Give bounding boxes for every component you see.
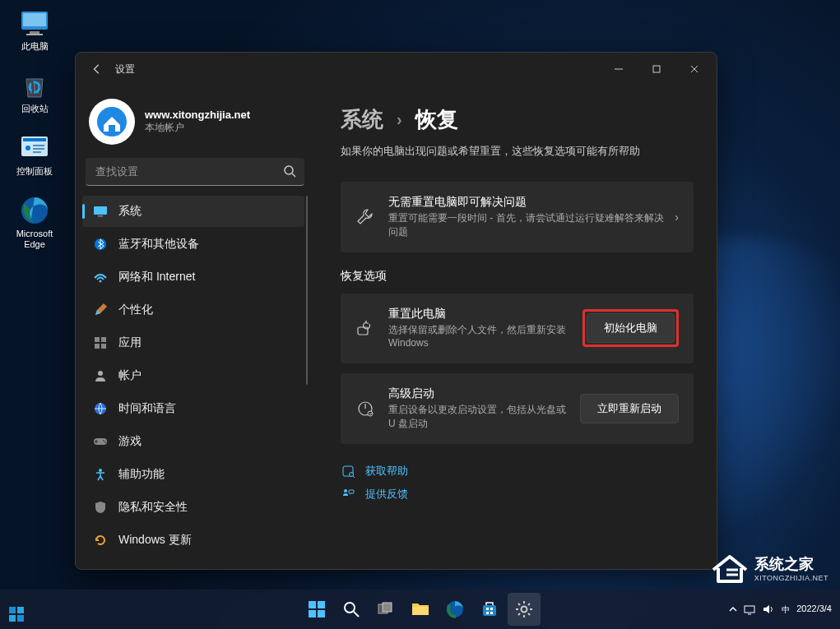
desktop-icon-recycle-bin[interactable]: 回收站 [8, 69, 61, 122]
svg-rect-9 [33, 148, 44, 150]
gaming-icon [92, 433, 109, 450]
store-button[interactable] [473, 593, 506, 626]
svg-rect-8 [33, 145, 44, 146]
widgets-button[interactable] [5, 603, 28, 626]
reset-pc-card: 重置此电脑 选择保留或删除个人文件，然后重新安装 Windows 初始化电脑 [341, 294, 694, 364]
ime-tray-icon[interactable]: 中 [780, 604, 791, 615]
svg-text:中: 中 [782, 605, 790, 614]
sidebar-item-apps[interactable]: 应用 [82, 327, 304, 358]
svg-rect-23 [95, 337, 100, 342]
card-subtitle: 重置可能需要一段时间 - 首先，请尝试通过运行疑难解答来解决问题 [388, 211, 665, 239]
card-title: 重置此电脑 [388, 307, 573, 321]
get-help-link[interactable]: 获取帮助 [365, 464, 408, 479]
sidebar-item-label: 蓝牙和其他设备 [118, 237, 199, 252]
main-content: 系统 › 恢复 如果你的电脑出现问题或希望重置，这些恢复选项可能有所帮助 无需重… [314, 86, 717, 569]
wrench-icon [355, 207, 375, 227]
feedback-link[interactable]: 提供反馈 [365, 487, 408, 502]
sidebar-scrollbar[interactable] [306, 196, 308, 385]
svg-rect-62 [490, 612, 493, 614]
sidebar-item-label: 时间和语言 [118, 401, 176, 416]
minimize-button[interactable] [600, 56, 638, 82]
system-tray[interactable]: 中 2022/3/4 [727, 604, 832, 615]
desktop-icon-edge[interactable]: Microsoft Edge [8, 194, 61, 247]
svg-rect-61 [486, 612, 489, 614]
sidebar-item-network[interactable]: 网络和 Internet [82, 261, 304, 293]
sidebar-item-label: 系统 [118, 204, 142, 219]
sidebar-item-system[interactable]: 系统 [82, 196, 304, 227]
desktop-icon-control-panel[interactable]: 控制面板 [8, 132, 61, 184]
control-panel-icon [18, 132, 51, 164]
edge-icon [18, 194, 51, 227]
task-view-button[interactable] [369, 593, 402, 626]
sidebar-item-update[interactable]: Windows 更新 [82, 525, 304, 556]
start-button[interactable] [300, 593, 333, 626]
sidebar-item-accessibility[interactable]: 辅助功能 [82, 459, 304, 490]
svg-point-52 [345, 603, 355, 613]
svg-rect-6 [23, 138, 46, 141]
volume-tray-icon[interactable] [762, 604, 775, 615]
sidebar-item-time-lang[interactable]: 时间和语言 [82, 393, 304, 424]
svg-point-27 [98, 371, 103, 376]
svg-point-17 [285, 166, 293, 174]
sidebar-item-bluetooth[interactable]: 蓝牙和其他设备 [82, 229, 304, 260]
reset-pc-button[interactable]: 初始化电脑 [587, 313, 675, 343]
svg-point-30 [103, 440, 104, 442]
sidebar-item-accounts[interactable]: 帐户 [82, 360, 304, 391]
search-input[interactable] [86, 158, 304, 186]
this-pc-icon [18, 7, 51, 39]
svg-rect-25 [95, 344, 100, 349]
time-lang-icon [92, 400, 109, 417]
search-button[interactable] [335, 593, 368, 626]
tray-datetime[interactable]: 2022/3/4 [796, 604, 832, 614]
sidebar-item-personalization[interactable]: 个性化 [82, 294, 304, 326]
desktop-icons: 此电脑 回收站 控制面板 Microsoft Edge [8, 7, 61, 257]
svg-rect-20 [98, 215, 103, 217]
search-container [86, 158, 304, 186]
sidebar-item-label: 帐户 [118, 368, 142, 383]
account-block[interactable]: 系统之家 www.xitongzhijia.net 本地帐户 [82, 92, 308, 158]
card-title: 无需重置电脑即可解决问题 [388, 195, 665, 210]
watermark-url: XITONGZHIJIA.NET [754, 574, 828, 582]
network-tray-icon[interactable] [744, 604, 757, 615]
chevron-up-icon[interactable] [727, 604, 739, 615]
svg-rect-19 [94, 206, 107, 215]
svg-rect-60 [490, 608, 493, 610]
restart-now-button[interactable]: 立即重新启动 [580, 394, 679, 423]
network-icon [92, 269, 109, 285]
svg-rect-50 [309, 610, 316, 617]
svg-point-36 [368, 411, 373, 416]
back-button[interactable] [86, 58, 109, 81]
svg-rect-13 [653, 66, 660, 72]
svg-rect-49 [318, 601, 325, 608]
svg-rect-2 [30, 31, 39, 34]
accessibility-icon [92, 466, 109, 483]
breadcrumb-parent[interactable]: 系统 [341, 105, 383, 134]
maximize-button[interactable] [638, 56, 675, 82]
help-link-row: 获取帮助 [341, 464, 694, 479]
power-icon [355, 399, 375, 419]
sidebar-item-label: 游戏 [118, 434, 142, 449]
taskbar: 中 2022/3/4 [0, 590, 840, 629]
section-title: 恢复选项 [341, 269, 694, 284]
sidebar-item-label: Windows 更新 [118, 533, 192, 548]
svg-rect-1 [23, 13, 46, 26]
svg-rect-59 [486, 608, 489, 610]
troubleshoot-card[interactable]: 无需重置电脑即可解决问题 重置可能需要一段时间 - 首先，请尝试通过运行疑难解答… [341, 182, 694, 252]
sidebar-item-privacy[interactable]: 隐私和安全性 [82, 492, 304, 523]
advanced-startup-card: 高级启动 重启设备以更改启动设置，包括从光盘或 U 盘启动 立即重新启动 [341, 373, 694, 444]
desktop-icon-label: 控制面板 [16, 166, 53, 177]
sidebar-item-gaming[interactable]: 游戏 [82, 426, 304, 457]
edge-button[interactable] [439, 593, 471, 626]
close-button[interactable] [675, 56, 713, 82]
feedback-link-row: 提供反馈 [341, 487, 694, 502]
svg-point-63 [521, 607, 527, 613]
chevron-right-icon: › [675, 210, 679, 224]
desktop-icon-label: 回收站 [21, 104, 49, 114]
desktop-icon-this-pc[interactable]: 此电脑 [8, 7, 61, 59]
svg-rect-41 [349, 490, 354, 493]
svg-rect-56 [412, 607, 429, 615]
file-explorer-button[interactable] [404, 593, 437, 626]
settings-button[interactable] [508, 593, 541, 626]
svg-point-32 [99, 469, 102, 472]
svg-rect-10 [33, 151, 41, 153]
